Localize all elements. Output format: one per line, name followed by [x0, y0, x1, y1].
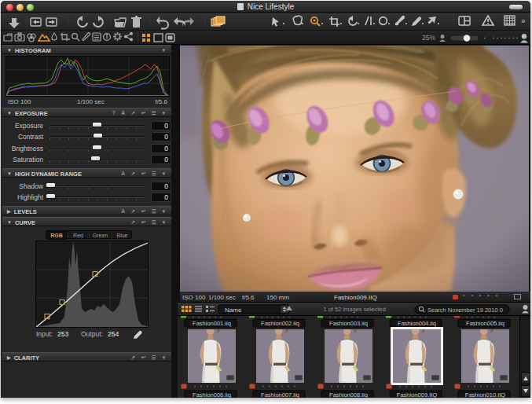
- svg-text:Fashion005.iiq: Fashion005.iiq: [466, 320, 504, 327]
- svg-text:Fashion006.iiq: Fashion006.iiq: [193, 391, 231, 398]
- svg-text:Fashion001.iiq: Fashion001.iiq: [193, 320, 231, 327]
- svg-text:»: »: [521, 17, 526, 25]
- svg-text:Fashion009.IIQ: Fashion009.IIQ: [397, 391, 437, 398]
- svg-text:25%: 25%: [422, 34, 435, 42]
- svg-text:Name: Name: [225, 307, 242, 314]
- svg-text:Fashion008.iiq: Fashion008.iiq: [329, 391, 368, 398]
- svg-text:Fashion004.iiq: Fashion004.iiq: [398, 320, 436, 327]
- svg-text:Fashion002.iiq: Fashion002.iiq: [261, 320, 299, 327]
- svg-text:1 of 52 images selected: 1 of 52 images selected: [323, 306, 385, 313]
- svg-text:Fashion003.iiq: Fashion003.iiq: [329, 320, 368, 327]
- svg-text:Search November 19 2010 0: Search November 19 2010 0: [427, 307, 503, 314]
- svg-text:Fashion010.IIQ: Fashion010.IIQ: [465, 391, 505, 398]
- svg-text:Fashion007.iiq: Fashion007.iiq: [261, 391, 299, 398]
